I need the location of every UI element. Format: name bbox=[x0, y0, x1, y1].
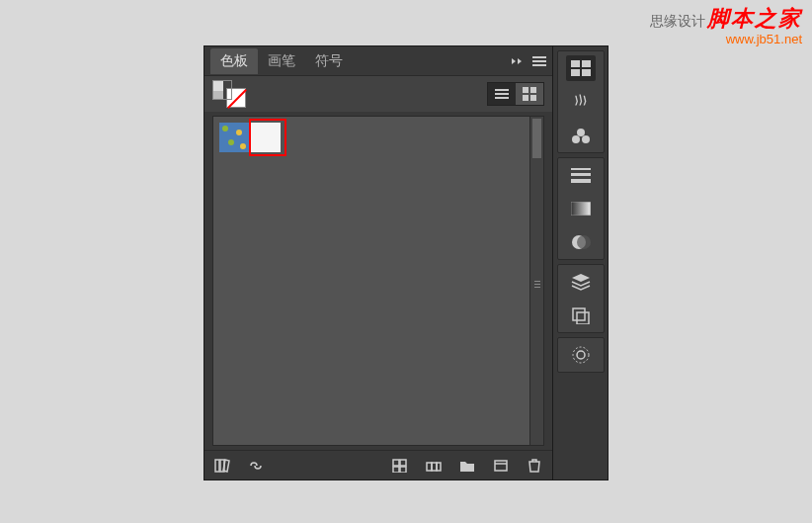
dock-appearance-icon[interactable] bbox=[566, 342, 596, 368]
swatch-list bbox=[212, 116, 544, 446]
main-panel: 色板 画笔 符号 bbox=[203, 45, 553, 480]
tab-swatches[interactable]: 色板 bbox=[210, 48, 258, 74]
library-icon[interactable] bbox=[212, 456, 232, 476]
svg-point-24 bbox=[582, 135, 590, 143]
svg-point-5 bbox=[236, 130, 242, 135]
svg-point-34 bbox=[577, 351, 585, 359]
svg-rect-12 bbox=[393, 467, 399, 473]
swatches-panel: 色板 画笔 符号 bbox=[203, 45, 609, 480]
dock-layers-icon[interactable] bbox=[566, 269, 596, 295]
svg-point-23 bbox=[572, 135, 580, 143]
swatch-light[interactable] bbox=[251, 123, 281, 152]
svg-rect-26 bbox=[571, 173, 591, 176]
svg-rect-8 bbox=[215, 460, 219, 472]
svg-point-30 bbox=[577, 235, 591, 249]
svg-rect-28 bbox=[571, 202, 591, 216]
swatch-pattern[interactable] bbox=[219, 123, 249, 152]
svg-point-22 bbox=[577, 129, 585, 136]
watermark-prefix: 思缘设计 bbox=[650, 13, 705, 29]
svg-rect-27 bbox=[571, 179, 591, 183]
dock-swatches-icon[interactable] bbox=[566, 55, 596, 81]
grid-view-button[interactable] bbox=[516, 83, 543, 105]
svg-rect-19 bbox=[582, 60, 591, 67]
swatch-row bbox=[219, 123, 537, 152]
scrollbar-thumb[interactable] bbox=[532, 119, 541, 158]
break-link-icon[interactable] bbox=[246, 456, 266, 476]
svg-point-6 bbox=[228, 139, 234, 145]
bottom-toolbar bbox=[204, 450, 552, 479]
dock-artboards-icon[interactable] bbox=[566, 303, 596, 328]
watermark: 思缘设计脚本之家 www.jb51.net bbox=[650, 4, 802, 46]
list-view-button[interactable] bbox=[488, 83, 516, 105]
svg-rect-16 bbox=[437, 463, 441, 471]
svg-rect-1 bbox=[532, 60, 546, 62]
delete-icon[interactable] bbox=[525, 456, 544, 476]
svg-point-33 bbox=[573, 347, 589, 363]
folder-icon[interactable] bbox=[457, 456, 477, 476]
svg-point-7 bbox=[240, 143, 246, 149]
svg-rect-31 bbox=[573, 308, 585, 320]
dock-transparency-icon[interactable] bbox=[566, 229, 596, 255]
panel-tabs: 色板 画笔 符号 bbox=[204, 46, 552, 76]
color-group-icon[interactable] bbox=[424, 456, 444, 476]
svg-rect-11 bbox=[400, 460, 406, 466]
svg-rect-2 bbox=[532, 64, 546, 66]
svg-rect-13 bbox=[400, 467, 406, 473]
svg-rect-25 bbox=[571, 168, 591, 170]
svg-rect-20 bbox=[571, 69, 580, 76]
expand-icon[interactable] bbox=[511, 56, 525, 66]
panel-toolbar bbox=[204, 76, 552, 112]
tab-brushes[interactable]: 画笔 bbox=[258, 48, 305, 74]
new-swatch-icon[interactable] bbox=[491, 456, 511, 476]
side-dock bbox=[553, 45, 609, 480]
svg-rect-10 bbox=[393, 460, 399, 466]
svg-point-4 bbox=[222, 126, 228, 131]
dock-gradient-icon[interactable] bbox=[566, 196, 596, 221]
watermark-url: www.jb51.net bbox=[650, 32, 802, 46]
menu-icon[interactable] bbox=[532, 55, 546, 67]
color-chips[interactable] bbox=[212, 80, 246, 108]
tab-symbols[interactable]: 符号 bbox=[305, 48, 353, 74]
svg-rect-21 bbox=[582, 69, 591, 76]
dock-stroke-icon[interactable] bbox=[566, 162, 596, 188]
swatch-options-icon[interactable] bbox=[390, 456, 410, 476]
svg-rect-18 bbox=[571, 60, 580, 67]
view-toggle bbox=[487, 82, 544, 106]
svg-rect-32 bbox=[577, 312, 589, 324]
dock-symbols-icon[interactable] bbox=[566, 123, 596, 148]
svg-rect-0 bbox=[532, 56, 546, 58]
scrollbar[interactable] bbox=[529, 117, 543, 445]
svg-rect-17 bbox=[495, 461, 507, 471]
watermark-title: 脚本之家 bbox=[707, 6, 802, 31]
dock-brushes-icon[interactable] bbox=[566, 89, 596, 115]
